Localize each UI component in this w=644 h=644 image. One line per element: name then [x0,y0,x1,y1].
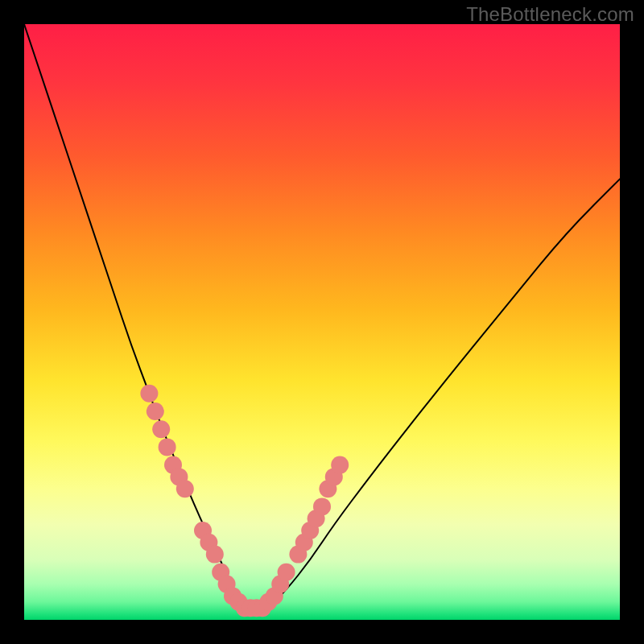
highlight-dot [278,564,295,581]
highlight-dot [313,497,331,515]
chart-frame: TheBottleneck.com [0,0,644,644]
highlight-dot [147,402,164,420]
highlight-dots-group [140,385,349,617]
highlight-dot [140,385,158,402]
highlight-dot [206,546,224,564]
watermark-text: TheBottleneck.com [466,3,634,26]
chart-svg [24,24,620,620]
highlight-dot [331,456,349,474]
highlight-dot [152,420,170,438]
highlight-dot [176,480,194,497]
highlight-dot [159,438,176,456]
plot-area [24,24,620,620]
